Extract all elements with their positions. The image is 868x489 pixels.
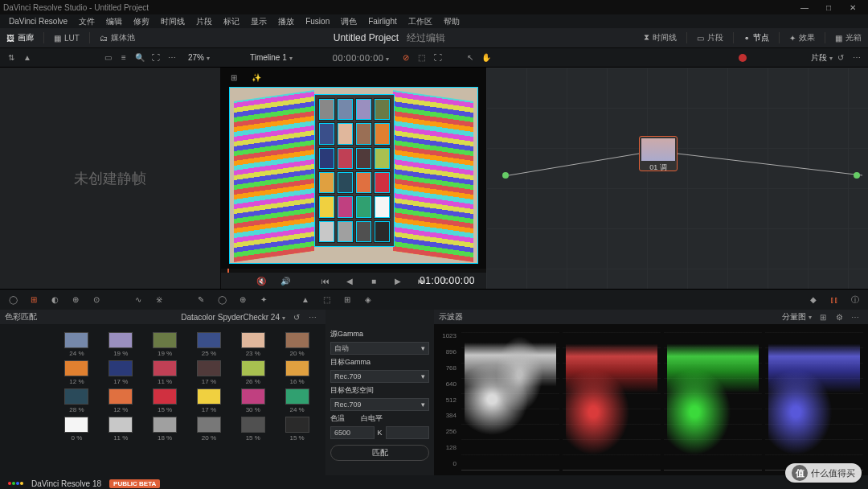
timeline-toggle[interactable]: ⧗ 时间线 <box>637 28 683 47</box>
menu-item[interactable]: 播放 <box>278 16 294 27</box>
menu-item[interactable]: 片段 <box>196 16 212 27</box>
scope-mode-select[interactable]: 分量图 <box>782 311 812 323</box>
effects-toggle[interactable]: ✦ 效果 <box>783 28 821 47</box>
hand-icon[interactable]: ✋ <box>478 50 494 66</box>
maximize-button[interactable]: □ <box>817 3 841 12</box>
swatch-cell[interactable]: 17 % <box>188 360 229 385</box>
menu-item[interactable]: DaVinci Resolve <box>9 17 68 26</box>
fullscreen-icon[interactable]: ⛶ <box>148 50 164 66</box>
wheels-icon[interactable]: ◯ <box>5 292 21 308</box>
zoom-select[interactable]: 27% <box>188 53 210 62</box>
swatch-cell[interactable]: 16 % <box>276 360 317 385</box>
menu-item[interactable]: 标记 <box>223 16 240 27</box>
swatch-cell[interactable]: 20 % <box>276 332 317 357</box>
lut-toggle[interactable]: ▦ LUT <box>47 28 86 47</box>
swatch-cell[interactable]: 0 % <box>56 417 97 442</box>
clip-select[interactable]: 片段 <box>811 52 833 64</box>
timeline-select[interactable]: Timeline 1 <box>250 53 293 62</box>
view-list-icon[interactable]: ≡ <box>116 50 132 66</box>
rgbmixer-icon[interactable]: ⊕ <box>68 292 84 308</box>
bypass-icon[interactable]: ⊘ <box>398 50 414 66</box>
swatch-cell[interactable]: 15 % <box>145 388 186 413</box>
swatch-cell[interactable]: 28 % <box>56 388 97 413</box>
tracker-icon[interactable]: ⊕ <box>235 292 251 308</box>
highlight-icon[interactable]: ⬚ <box>414 50 430 66</box>
swatch-cell[interactable]: 17 % <box>100 360 141 385</box>
menu-item[interactable]: 时间线 <box>161 16 185 27</box>
search-icon[interactable]: 🔍 <box>132 50 148 66</box>
menu-item[interactable]: Fairlight <box>368 17 397 26</box>
viewer-canvas[interactable] <box>221 82 486 269</box>
swatch-cell[interactable]: 15 % <box>276 417 317 442</box>
swatch-cell[interactable]: 11 % <box>145 360 186 385</box>
swatch-cell[interactable]: 23 % <box>232 332 273 357</box>
scopes-icon[interactable]: ⫿⫿ <box>826 292 842 308</box>
temp-input[interactable]: 6500 <box>330 426 375 439</box>
swatch-cell[interactable]: 20 % <box>188 417 229 442</box>
mediapool-toggle[interactable]: 🗂 媒体池 <box>93 28 141 47</box>
node-options-icon[interactable]: ⋯ <box>849 50 865 66</box>
scope-settings-icon[interactable]: ⚙ <box>831 309 847 325</box>
blur-icon[interactable]: ▲ <box>297 292 313 308</box>
marker-icon[interactable]: ▲ <box>19 50 35 66</box>
swatch-cell[interactable]: 25 % <box>188 332 229 357</box>
gallery-toggle[interactable]: 🖼 画廊 <box>0 28 40 47</box>
menu-item[interactable]: 帮助 <box>444 16 460 27</box>
swatch-cell[interactable]: 12 % <box>100 388 141 413</box>
sizing-icon[interactable]: ⊞ <box>339 292 355 308</box>
qualifier-icon[interactable]: ✎ <box>193 292 209 308</box>
options-icon[interactable]: ⋯ <box>164 50 180 66</box>
node-editor[interactable]: 01 调 <box>486 68 868 289</box>
record-timecode[interactable]: 01:00:00:00 <box>420 275 475 286</box>
stills-pane[interactable]: 未创建静帧 <box>0 68 221 289</box>
info-icon[interactable]: ⓘ <box>847 292 863 308</box>
menu-item[interactable]: 编辑 <box>106 16 122 27</box>
menu-item[interactable]: 调色 <box>341 16 357 27</box>
mute-icon[interactable]: 🔇 <box>253 273 269 289</box>
view-thumb-icon[interactable]: ▭ <box>100 50 116 66</box>
scope-options-icon[interactable]: ⊞ <box>815 309 831 325</box>
more-icon[interactable]: ⋯ <box>305 309 321 325</box>
chart-select[interactable]: Datacolor SpyderCheckr 24 <box>181 313 285 322</box>
swatch-cell[interactable]: 17 % <box>188 388 229 413</box>
colormatch-icon[interactable]: ⊞ <box>26 292 42 308</box>
match-button[interactable]: 匹配 <box>330 445 429 461</box>
close-button[interactable]: ✕ <box>841 3 865 12</box>
prev-frame-icon[interactable]: ◀ <box>342 273 358 289</box>
first-frame-icon[interactable]: ⏮ <box>317 273 334 289</box>
reset-icon[interactable]: ↺ <box>289 309 305 325</box>
lightbox-toggle[interactable]: ▦ 光箱 <box>829 28 868 47</box>
volume-icon[interactable]: 🔊 <box>277 273 293 289</box>
stop-icon[interactable]: ■ <box>366 273 382 289</box>
swatch-cell[interactable]: 26 % <box>232 360 273 385</box>
swatch-cell[interactable]: 15 % <box>232 417 273 442</box>
expand-icon[interactable]: ⛶ <box>430 50 446 66</box>
nodes-toggle[interactable]: ⚬ 节点 <box>737 28 776 47</box>
menu-item[interactable]: 修剪 <box>133 16 149 27</box>
motion-icon[interactable]: ⊙ <box>88 292 104 308</box>
corrector-node-01[interactable]: 01 调 <box>639 136 678 171</box>
swatch-cell[interactable]: 12 % <box>56 360 97 385</box>
play-icon[interactable]: ▶ <box>390 273 406 289</box>
3d-icon[interactable]: ◈ <box>360 292 376 308</box>
swatch-cell[interactable]: 24 % <box>56 332 97 357</box>
scope-more-icon[interactable]: ⋯ <box>847 309 863 325</box>
white-input[interactable] <box>386 426 430 439</box>
graph-input[interactable] <box>502 172 509 179</box>
menu-item[interactable]: Fusion <box>305 17 330 26</box>
menu-item[interactable]: 工作区 <box>408 16 432 27</box>
keyframe-icon[interactable]: ◆ <box>805 292 821 308</box>
curves-icon[interactable]: ∿ <box>130 292 146 308</box>
reset-node-icon[interactable]: ↺ <box>833 50 849 66</box>
menu-item[interactable]: 文件 <box>79 16 95 27</box>
swatch-cell[interactable]: 24 % <box>276 388 317 413</box>
magic-icon[interactable]: ✦ <box>256 292 272 308</box>
menu-item[interactable]: 显示 <box>251 16 267 27</box>
key-icon[interactable]: ⬚ <box>318 292 334 308</box>
warper-icon[interactable]: ※ <box>151 292 167 308</box>
tgt-gamma-select[interactable]: Rec.709▾ <box>330 370 429 383</box>
source-timecode[interactable]: 00:00:00:00 <box>333 53 390 63</box>
hdr-icon[interactable]: ◐ <box>47 292 63 308</box>
swatch-cell[interactable]: 18 % <box>145 417 186 442</box>
swatch-cell[interactable]: 11 % <box>100 417 141 442</box>
